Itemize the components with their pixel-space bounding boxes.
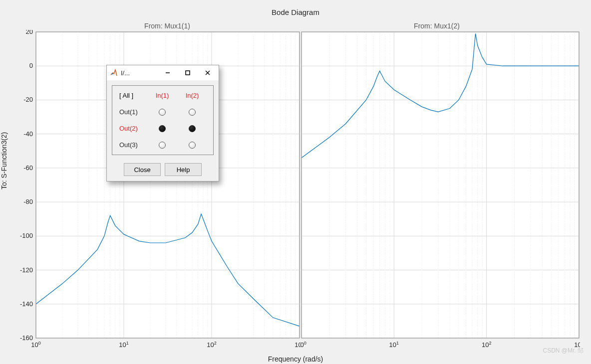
svg-text:102: 102 xyxy=(207,341,216,349)
watermark: CSDN @Mr. 邹 xyxy=(543,347,584,355)
matlab-icon xyxy=(110,69,118,77)
svg-text:-40: -40 xyxy=(23,130,33,138)
close-icon[interactable] xyxy=(198,66,218,80)
dialog-titlebar[interactable]: I/... xyxy=(107,65,219,80)
io-radio-1-1[interactable] xyxy=(159,109,166,116)
svg-text:-120: -120 xyxy=(20,266,33,274)
svg-text:-20: -20 xyxy=(23,96,33,103)
io-row-3[interactable]: Out(3) xyxy=(112,141,138,149)
io-radio-1-2[interactable] xyxy=(189,109,196,116)
svg-text:101: 101 xyxy=(119,341,128,349)
maximize-button[interactable] xyxy=(178,66,198,80)
svg-text:-140: -140 xyxy=(20,300,33,308)
dialog-button-row: Close Help xyxy=(107,160,219,181)
io-grid: [ All ]In(1)In(2)Out(1)Out(2)Out(3) xyxy=(112,92,213,149)
svg-rect-54 xyxy=(301,32,579,338)
svg-text:103: 103 xyxy=(295,341,300,349)
svg-text:20: 20 xyxy=(26,30,33,35)
close-button[interactable]: Close xyxy=(124,163,161,176)
io-radio-2-1[interactable] xyxy=(159,125,166,132)
io-col-2[interactable]: In(2) xyxy=(186,92,199,99)
svg-text:102: 102 xyxy=(482,341,491,349)
subplot2-title: From: Mux1(2) xyxy=(299,22,574,30)
io-radio-3-1[interactable] xyxy=(159,142,166,149)
minimize-button[interactable] xyxy=(158,66,178,80)
dialog-body: [ All ]In(1)In(2)Out(1)Out(2)Out(3) xyxy=(112,85,214,155)
svg-point-98 xyxy=(112,73,113,74)
figure-area: Bode Diagram From: Mux1(1) From: Mux1(2)… xyxy=(0,0,591,364)
main-title: Bode Diagram xyxy=(0,8,591,16)
x-axis-label: Frequency (rad/s) xyxy=(0,355,591,363)
svg-text:-160: -160 xyxy=(20,334,33,342)
io-radio-2-2[interactable] xyxy=(189,125,196,132)
svg-text:0: 0 xyxy=(29,62,33,69)
y-axis-label: To: S-Function3(2) xyxy=(0,132,8,189)
io-row-1[interactable]: Out(1) xyxy=(112,108,138,116)
help-button[interactable]: Help xyxy=(165,163,202,176)
io-radio-3-2[interactable] xyxy=(189,142,196,149)
bode-plot-right: 100101102103 xyxy=(300,30,580,354)
dialog-title: I/... xyxy=(121,69,158,77)
svg-rect-100 xyxy=(186,71,190,75)
io-selector-dialog: I/... [ All ]In(1)In(2)Out(1)Out(2)Out(3… xyxy=(106,65,219,182)
io-row-2[interactable]: Out(2) xyxy=(112,125,138,132)
svg-text:101: 101 xyxy=(389,341,399,349)
svg-text:100: 100 xyxy=(31,341,40,349)
svg-text:100: 100 xyxy=(300,341,306,349)
svg-text:-80: -80 xyxy=(23,198,33,205)
svg-text:-60: -60 xyxy=(23,164,33,172)
io-col-1[interactable]: In(1) xyxy=(156,92,169,99)
io-all[interactable]: [ All ] xyxy=(112,92,133,99)
svg-text:-100: -100 xyxy=(20,232,33,239)
subplot1-title: From: Mux1(1) xyxy=(35,22,299,30)
